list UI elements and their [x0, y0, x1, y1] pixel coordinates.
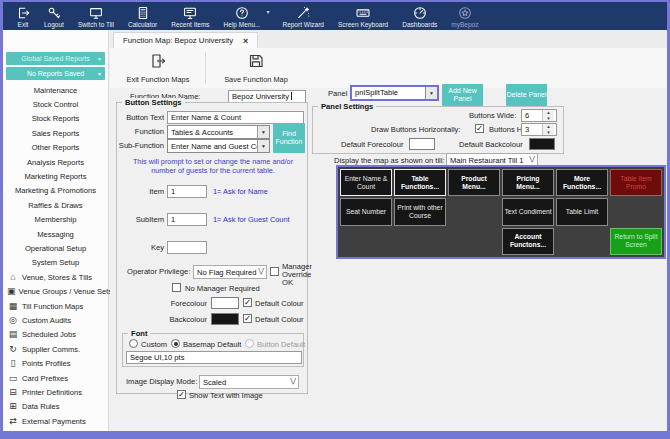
grid-button-text-condiment[interactable]: Text Condiment [502, 198, 554, 225]
draw-horizontally-checkbox[interactable] [475, 124, 484, 133]
tab-function-map[interactable]: Function Map: Bepoz University × [113, 32, 258, 48]
sidebar-item-external-payments[interactable]: ⇄External Payments [3, 414, 108, 428]
no-manager-checkbox[interactable] [172, 283, 181, 292]
toolbar-item-report-wizard[interactable]: Report Wizard [275, 2, 331, 30]
grid-button-table-functions[interactable]: Table Functions... [394, 169, 446, 196]
sidebar-item-card-prefixes[interactable]: ▭Card Prefixes [3, 371, 108, 385]
font-custom-radio[interactable] [129, 339, 138, 348]
exit-function-maps-button[interactable]: Exit Function Maps [114, 51, 202, 85]
grid-button-return-to-split-screen[interactable]: Return to Split Screen [610, 228, 662, 255]
forecolour-default-checkbox[interactable] [243, 298, 252, 307]
image-display-mode-label: Image Display Mode: [126, 377, 197, 386]
sidebar-item-till-function-maps[interactable]: ▦Till Function Maps [3, 299, 108, 313]
sidebar-item-marketing-promotions[interactable]: Marketing & Promotions [3, 184, 108, 198]
find-function-button[interactable]: Find Function [273, 123, 305, 153]
toolbar-item-switch-to-till[interactable]: Switch to Till [71, 2, 121, 30]
font-name-input[interactable]: Segoe UI,10 pts [126, 351, 302, 364]
chevron-down-icon[interactable]: ▾ [266, 8, 269, 15]
item-input[interactable]: 1 [167, 185, 207, 198]
panel-dropdown[interactable]: pnlSplitTable ▼ [350, 85, 439, 101]
sidebar-item-sales-reports[interactable]: Sales Reports [3, 126, 108, 140]
grid-button-enter-name-count[interactable]: Enter Name & Count [340, 169, 392, 196]
subitem-input[interactable]: 1 [167, 213, 207, 226]
default-backcolour-swatch[interactable] [529, 138, 555, 150]
backcolour-swatch[interactable] [211, 313, 239, 325]
save-function-map-button[interactable]: Save Function Map [210, 51, 302, 85]
sidebar-item-marketing-reports[interactable]: Marketing Reports [3, 169, 108, 183]
sidebar-item-stock-reports[interactable]: Stock Reports [3, 112, 108, 126]
grid-empty-cell[interactable] [556, 228, 608, 255]
key-input[interactable] [167, 241, 207, 254]
sidebar-item-supplier-comms[interactable]: ↻Supplier Comms. [3, 342, 108, 356]
dropdown-arrow-icon[interactable]: ▼ [257, 140, 269, 152]
tab-close-icon[interactable]: × [243, 36, 248, 46]
grid-empty-cell[interactable] [448, 228, 500, 255]
dropdown-arrow-icon[interactable]: ▼ [257, 126, 269, 138]
buttons-high-spinner[interactable]: 3 ▲▼ [521, 123, 557, 136]
sidebar-item-printer-definitions[interactable]: ⊟Printer Definitions [3, 385, 108, 399]
sidebar-item-analysis-reports[interactable]: Analysis Reports [3, 155, 108, 169]
forecolour-swatch[interactable] [211, 297, 239, 309]
toolbar-item-exit[interactable]: Exit [9, 2, 37, 30]
show-text-checkbox[interactable] [177, 390, 186, 399]
grid-button-account-functons[interactable]: Account Functons... [502, 228, 554, 255]
operator-privilege-dropdown[interactable]: No Flag Required ⋁ [193, 265, 267, 279]
grid-button-more-functions[interactable]: More Functions... [556, 169, 608, 196]
add-new-panel-button[interactable]: Add New Panel [442, 84, 483, 106]
sidebar-item-raffles-draws[interactable]: Raffles & Draws [3, 198, 108, 212]
points-profiles-icon: ▯ [7, 359, 19, 368]
backcolour-default-checkbox[interactable] [243, 314, 252, 323]
font-basemap-radio[interactable] [171, 339, 180, 348]
sidebar-item-points-profiles[interactable]: ▯Points Profiles [3, 356, 108, 370]
toolbar-item-screen-keyboard[interactable]: Screen Keyboard [331, 2, 395, 30]
sidebar-item-maintenance[interactable]: Maintenance [3, 83, 108, 97]
dropdown-chevron-icon[interactable]: ⋁ [258, 267, 264, 275]
sidebar-item-custom-audits[interactable]: ◎Custom Audits [3, 313, 108, 327]
grid-button-table-item-promo[interactable]: Table Item Promo [610, 169, 662, 196]
grid-button-pricing-menu[interactable]: Pricing Menu... [502, 169, 554, 196]
sidebar-item-label: Venue Groups / Venue Sets [19, 287, 113, 296]
toolbar-item-dashboards[interactable]: Dashboards [395, 2, 444, 30]
sidebar-item-membership[interactable]: Membership [3, 213, 108, 227]
grid-button-table-limit[interactable]: Table Limit [556, 198, 608, 225]
grid-empty-cell[interactable] [448, 198, 500, 225]
buttons-wide-spinner[interactable]: 6 ▲▼ [521, 109, 557, 122]
toolbar-item-mybepoz[interactable]: myBepoz [444, 2, 485, 30]
button-text-value: Enter Name & Count [171, 113, 241, 122]
grid-button-print-with-other-course[interactable]: Print with other Course [394, 198, 446, 225]
sidebar-item-other-reports[interactable]: Other Reports [3, 141, 108, 155]
sub-function-dropdown[interactable]: Enter Name and Guest Count ▼ [167, 139, 270, 153]
toolbar-item-label: Exit [18, 21, 29, 28]
sidebar-item-messaging[interactable]: Messaging [3, 227, 108, 241]
toolbar-item-help-menu[interactable]: Help Menu...▾ [217, 2, 268, 30]
grid-empty-cell[interactable] [340, 228, 392, 255]
manager-override-checkbox[interactable] [270, 267, 279, 276]
default-forecolour-swatch[interactable] [409, 138, 435, 150]
image-display-mode-dropdown[interactable]: Scaled ⋁ [199, 375, 299, 389]
grid-button-seat-number[interactable]: Seat Number [340, 198, 392, 225]
toolbar-item-recent-items[interactable]: Recent Items [164, 2, 216, 30]
sidebar-item-scheduled-jobs[interactable]: ▤Scheduled Jobs [3, 328, 108, 342]
sidebar-item-system-setup[interactable]: System Setup [3, 256, 108, 270]
dropdown-chevron-icon[interactable]: ⋁ [290, 377, 296, 385]
sidebar-item-operational-setup[interactable]: Operational Setup [3, 241, 108, 255]
dropdown-chevron-icon[interactable]: ⋁ [529, 155, 535, 163]
grid-button-product-menu[interactable]: Product Menu... [448, 169, 500, 196]
global-saved-reports-button[interactable]: Global Saved Reports▾ [6, 52, 105, 65]
delete-panel-button[interactable]: Delete Panel [506, 84, 547, 106]
sidebar-item-label: Raffles & Draws [28, 201, 82, 210]
sidebar-item-stock-control[interactable]: Stock Control [3, 97, 108, 111]
sidebar-item-venue-stores-tills[interactable]: ⌂Venue, Stores & Tills [3, 270, 108, 284]
dropdown-arrow-icon[interactable]: ▼ [425, 87, 437, 99]
spinner-arrows-icon[interactable]: ▲▼ [542, 110, 554, 121]
font-button-default-radio[interactable] [245, 339, 254, 348]
sidebar-item-data-rules[interactable]: ⊞Data Rules [3, 400, 108, 414]
spinner-arrows-icon[interactable]: ▲▼ [542, 124, 554, 135]
toolbar-item-logout[interactable]: Logout [37, 2, 71, 30]
grid-empty-cell[interactable] [394, 228, 446, 255]
grid-empty-cell[interactable] [610, 198, 662, 225]
sidebar-item-venue-groups-venue-sets[interactable]: ▣Venue Groups / Venue Sets [3, 284, 108, 298]
no-reports-saved-button[interactable]: No Reports Saved▾ [6, 67, 105, 80]
toolbar-item-calculator[interactable]: Calculator [121, 2, 164, 30]
function-dropdown[interactable]: Tables & Accounts ▼ [167, 125, 270, 139]
